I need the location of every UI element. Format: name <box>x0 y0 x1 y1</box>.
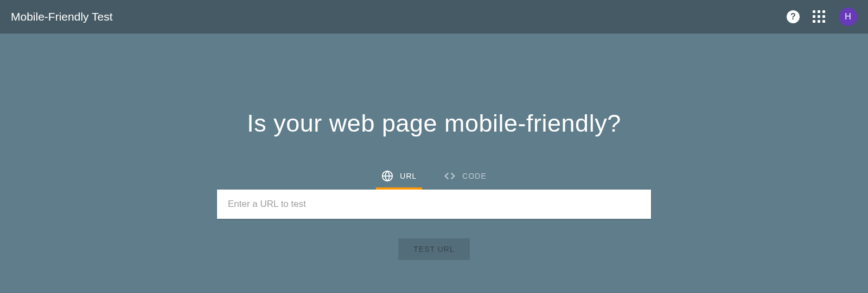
app-title: Mobile-Friendly Test <box>11 10 113 23</box>
apps-icon[interactable] <box>813 10 826 23</box>
avatar[interactable]: H <box>839 8 857 26</box>
tab-url-label: URL <box>400 172 417 180</box>
globe-icon <box>381 170 393 182</box>
tab-url[interactable]: URL <box>381 170 417 190</box>
url-input[interactable] <box>228 199 640 210</box>
header-actions: ? H <box>787 8 857 26</box>
tab-code-label: CODE <box>462 172 486 180</box>
url-input-container <box>217 190 651 219</box>
page-headline: Is your web page mobile-friendly? <box>247 109 621 138</box>
main-content: Is your web page mobile-friendly? URL CO… <box>0 34 868 260</box>
header: Mobile-Friendly Test ? H <box>0 0 868 34</box>
input-tabs: URL CODE <box>381 170 486 190</box>
code-icon <box>444 170 456 182</box>
help-icon[interactable]: ? <box>787 10 800 23</box>
test-url-button[interactable]: TEST URL <box>398 238 469 260</box>
tab-code[interactable]: CODE <box>444 170 486 190</box>
